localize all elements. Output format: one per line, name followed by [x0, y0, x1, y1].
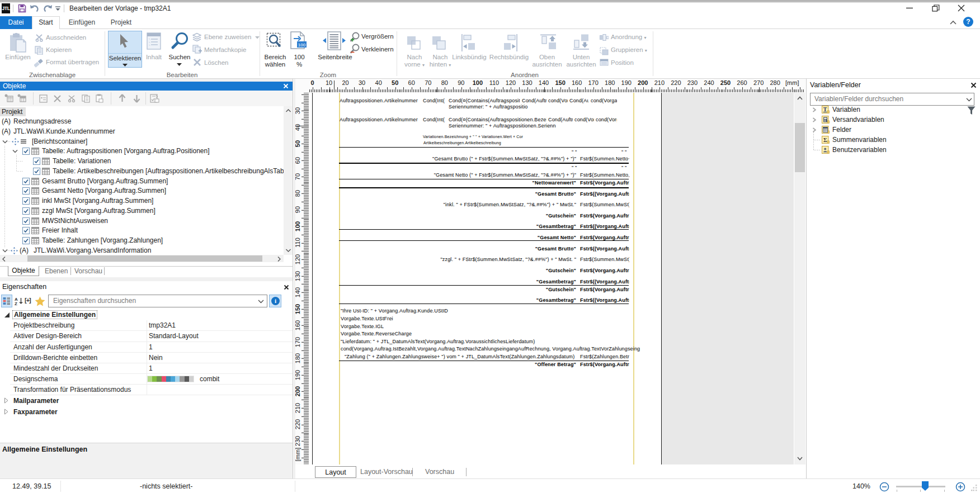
svg-text:Σ: Σ: [823, 137, 827, 143]
svg-text:100: 100: [298, 42, 306, 48]
svg-text:T: T: [823, 106, 827, 112]
svg-text:Z: Z: [15, 301, 17, 306]
